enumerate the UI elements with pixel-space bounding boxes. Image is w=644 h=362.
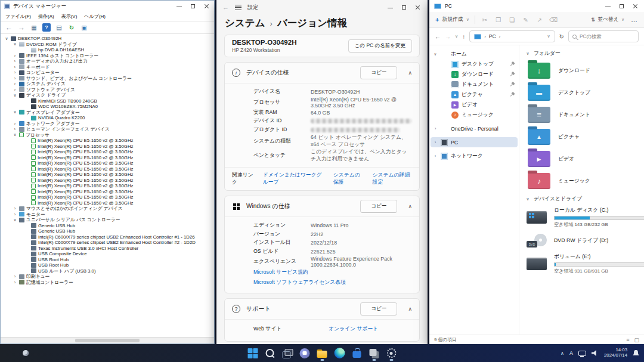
online-support-link[interactable]: オンライン サポート bbox=[329, 326, 378, 333]
maximize-icon[interactable] bbox=[619, 4, 624, 9]
forward-icon[interactable]: → bbox=[17, 23, 26, 32]
folder-item[interactable]: ドキュメント bbox=[525, 104, 638, 126]
address-bar[interactable]: › PC › ∨ bbox=[469, 30, 555, 42]
tree-expander-icon[interactable]: › bbox=[13, 212, 17, 216]
taskbar-button[interactable] bbox=[315, 346, 330, 361]
sidebar-item[interactable]: › PC bbox=[431, 137, 518, 147]
taskbar-button[interactable] bbox=[280, 346, 295, 361]
close-icon[interactable] bbox=[204, 4, 209, 9]
forward-icon[interactable]: → bbox=[445, 33, 451, 40]
sidebar-item[interactable]: ∨ ホーム bbox=[431, 49, 518, 59]
refresh-icon[interactable]: ↻ bbox=[559, 33, 564, 40]
tree-expander-icon[interactable]: › bbox=[13, 76, 17, 81]
history-dropdown-icon[interactable]: ∨ bbox=[455, 34, 458, 39]
menu-item[interactable]: ファイル(F) bbox=[5, 13, 31, 20]
device-tree-item[interactable]: ∨ プロセッサ bbox=[3, 132, 214, 138]
back-icon[interactable]: ← bbox=[435, 33, 441, 40]
taskbar-button[interactable] bbox=[263, 346, 278, 361]
search-input[interactable] bbox=[580, 33, 634, 39]
device-manager-titlebar[interactable]: デバイス マネージャー bbox=[1, 1, 214, 12]
notification-bell-icon[interactable] bbox=[633, 350, 639, 357]
back-icon[interactable]: ← bbox=[222, 4, 229, 11]
more-options-icon[interactable]: … bbox=[631, 16, 638, 23]
device-tree-item[interactable]: USB Composite Device bbox=[3, 251, 214, 257]
tree-expander-icon[interactable]: ∨ bbox=[13, 218, 17, 222]
folder-item[interactable]: デスクトップ bbox=[525, 82, 638, 104]
clock[interactable]: 14:03 2024/07/14 bbox=[604, 348, 627, 358]
tree-expander-icon[interactable]: › bbox=[13, 88, 17, 92]
tree-expander-icon[interactable]: ∨ bbox=[13, 42, 17, 47]
device-tree-item[interactable]: ∨ ユニバーサル シリアル バス コントローラー bbox=[3, 217, 214, 223]
taskbar-button[interactable] bbox=[367, 346, 382, 361]
breadcrumb-parent[interactable]: システム bbox=[225, 17, 265, 30]
device-tree-item[interactable]: Texas Instruments USB 3.0 xHCI Host Cont… bbox=[3, 246, 214, 252]
taskbar-button[interactable] bbox=[349, 346, 364, 361]
sidebar-item[interactable]: ミュージック bbox=[431, 110, 518, 120]
drive-item[interactable]: ローカル ディスク (C:) 空き領域 143 GB/232 GB bbox=[525, 207, 638, 228]
device-tree-item[interactable]: Intel(R) Xeon(R) CPU E5-1650 v2 @ 3.50GH… bbox=[3, 149, 214, 155]
related-link[interactable]: システムの保護 bbox=[333, 172, 364, 186]
sidebar-item[interactable]: デスクトップ bbox=[431, 59, 518, 69]
related-link[interactable]: ドメインまたはワークグループ bbox=[263, 172, 325, 186]
collapse-icon[interactable]: ∧ bbox=[408, 203, 412, 209]
tree-expander-icon[interactable]: › bbox=[13, 70, 17, 75]
device-tree-item[interactable]: Intel(R) Xeon(R) CPU E5-1650 v2 @ 3.50GH… bbox=[3, 166, 214, 172]
related-link[interactable]: システムの詳細設定 bbox=[373, 172, 412, 186]
sidebar-item[interactable]: ダウンロード bbox=[431, 69, 518, 79]
device-tree-item[interactable]: ∨ DVD/CD-ROM ドライブ bbox=[3, 42, 214, 48]
sidebar-item[interactable]: ピクチャ bbox=[431, 89, 518, 100]
menu-item[interactable]: 表示(V) bbox=[61, 13, 78, 20]
sidebar-item[interactable]: ドキュメント bbox=[431, 79, 518, 89]
device-tree-item[interactable]: Intel(R) Xeon(R) CPU E5-1650 v2 @ 3.50GH… bbox=[3, 178, 214, 184]
back-icon[interactable]: ← bbox=[5, 23, 13, 32]
drive-item[interactable]: DVD RW ドライブ (D:) bbox=[525, 234, 638, 247]
device-tree-item[interactable]: Intel(R) Xeon(R) CPU E5-1650 v2 @ 3.50GH… bbox=[3, 183, 214, 189]
device-tree-item[interactable]: Intel(R) Xeon(R) CPU E5-1650 v2 @ 3.50GH… bbox=[3, 138, 214, 144]
copy-button[interactable]: コピー bbox=[360, 302, 397, 315]
rename-icon[interactable]: ✎ bbox=[522, 16, 530, 24]
taskbar-button[interactable] bbox=[332, 346, 347, 361]
tree-expander-icon[interactable]: ∨ bbox=[13, 132, 17, 137]
device-tree-item[interactable]: ∨ ディスク ドライブ bbox=[3, 92, 214, 98]
maximize-icon[interactable] bbox=[401, 5, 407, 10]
tree-expander-icon[interactable]: › bbox=[13, 54, 17, 58]
list-view-icon[interactable]: ≡ bbox=[626, 337, 629, 343]
folder-item[interactable]: ミュージック bbox=[525, 170, 638, 192]
address-dropdown-icon[interactable]: ∨ bbox=[547, 34, 550, 39]
ime-indicator[interactable]: A bbox=[569, 350, 573, 356]
tree-expander-icon[interactable]: › bbox=[433, 154, 438, 158]
device-tree-item[interactable]: USB Root Hub bbox=[3, 262, 214, 268]
scan-hardware-icon[interactable]: ▣ bbox=[80, 23, 88, 32]
device-tree-item[interactable]: USB Root Hub bbox=[3, 257, 214, 263]
folder-item[interactable]: ビデオ bbox=[525, 148, 638, 170]
device-tree-item[interactable]: Intel(R) Xeon(R) CPU E5-1650 v2 @ 3.50GH… bbox=[3, 144, 214, 150]
help-icon[interactable]: ? bbox=[42, 23, 51, 32]
taskbar-button[interactable] bbox=[384, 346, 399, 361]
minimize-icon[interactable] bbox=[388, 5, 393, 10]
device-tree-item[interactable]: Intel(R) Xeon(R) CPU E5-1650 v2 @ 3.50GH… bbox=[3, 172, 214, 178]
collapse-icon[interactable]: ∧ bbox=[408, 70, 412, 76]
tree-expander-icon[interactable]: › bbox=[13, 122, 17, 126]
tree-expander-icon[interactable]: › bbox=[13, 274, 17, 279]
new-button[interactable]: + 新規作成 ∨ bbox=[435, 16, 469, 23]
folders-section-header[interactable]: ∨ フォルダー bbox=[525, 50, 638, 57]
maximize-icon[interactable] bbox=[190, 4, 196, 9]
tree-expander-icon[interactable]: › bbox=[13, 206, 17, 211]
folder-item[interactable]: ピクチャ bbox=[525, 126, 638, 148]
microsoft-link[interactable]: Microsoft サービス規約 bbox=[253, 269, 412, 276]
properties-icon[interactable]: ▤ bbox=[55, 23, 63, 32]
taskbar-button[interactable] bbox=[298, 346, 312, 361]
copy-icon[interactable]: ❐ bbox=[494, 16, 503, 24]
settings-titlebar[interactable]: ← 設定 bbox=[216, 0, 428, 14]
rename-pc-button[interactable]: この PC の名前を変更 bbox=[348, 39, 412, 52]
device-tree-item[interactable]: Generic USB Hub bbox=[3, 223, 214, 229]
sort-button[interactable]: ⇅ 並べ替え ∨ bbox=[591, 16, 624, 23]
thumbnail-view-icon[interactable]: ▢ bbox=[634, 337, 639, 343]
cut-icon[interactable]: ✂ bbox=[481, 16, 489, 24]
minimize-icon[interactable] bbox=[177, 4, 182, 9]
sidebar-item[interactable]: › ネットワーク bbox=[431, 151, 518, 161]
volume-icon[interactable] bbox=[592, 350, 599, 356]
tree-expander-icon[interactable]: ∨ bbox=[13, 93, 17, 98]
close-icon[interactable] bbox=[633, 4, 638, 9]
taskbar-button[interactable] bbox=[246, 346, 261, 361]
